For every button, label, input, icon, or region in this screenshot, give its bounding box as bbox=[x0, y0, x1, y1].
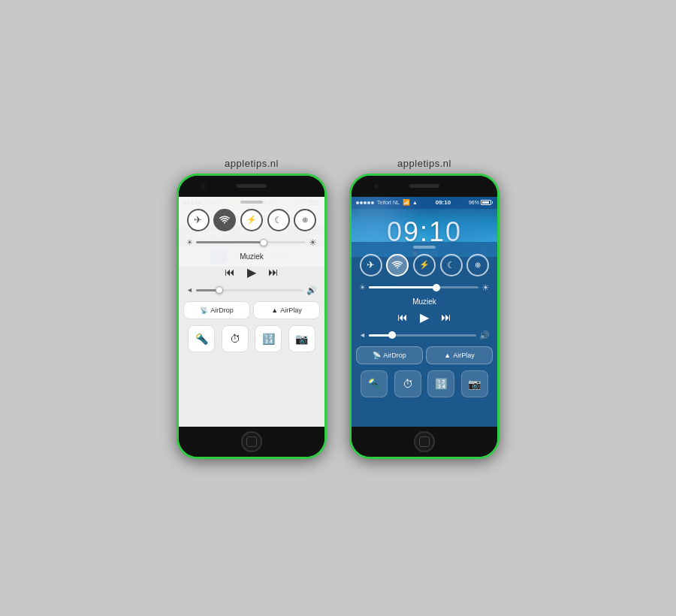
right-phone-top-bezel bbox=[352, 176, 497, 197]
r-timer-btn[interactable]: ⏱ bbox=[394, 370, 421, 397]
r-cc-music-controls: ⏮ ▶ ⏭ bbox=[359, 309, 490, 326]
r-volume-down-btn[interactable] bbox=[349, 236, 351, 246]
left-screen: Telfort NL 📶 09:10 96% bbox=[179, 197, 324, 427]
r-volume-high-icon: 🔊 bbox=[479, 331, 490, 340]
home-button-inner bbox=[246, 436, 257, 447]
cc-music-section: Muziek ⏮ ▶ ⏭ bbox=[179, 251, 324, 267]
r-rotation-lock-btn[interactable]: ⊕ bbox=[466, 254, 489, 276]
r-cc-music-section: Muziek ⏮ ▶ ⏭ bbox=[352, 296, 497, 329]
rewind-btn[interactable]: ⏮ bbox=[225, 266, 235, 267]
brightness-thumb[interactable] bbox=[260, 239, 267, 246]
right-front-camera bbox=[374, 184, 379, 189]
r-brightness-slider[interactable] bbox=[369, 286, 478, 288]
rotation-lock-btn[interactable]: ⊕ bbox=[294, 209, 316, 231]
r-airplay-btn[interactable]: ▲ AirPlay bbox=[426, 346, 493, 364]
r-cc-volume-row: ◄ 🔊 bbox=[352, 329, 497, 343]
r-volume-low-icon: ◄ bbox=[359, 331, 366, 339]
brightness-high-icon: ☀ bbox=[309, 237, 317, 248]
r-airdrop-btn[interactable]: 📡 AirDrop bbox=[356, 346, 423, 364]
volume-down-btn[interactable] bbox=[177, 236, 178, 246]
cc-music-controls: ⏮ ▶ ⏭ bbox=[186, 264, 317, 267]
left-brand-label: appletips.nl bbox=[225, 158, 279, 169]
r-cc-app-shortcuts: 🔦 ⏱ 🔢 📷 bbox=[352, 367, 497, 403]
r-airplay-icon: ▲ bbox=[444, 352, 451, 359]
r-brightness-low-icon: ☀ bbox=[359, 283, 366, 291]
airplane-mode-btn[interactable]: ✈ bbox=[187, 209, 210, 231]
r-airdrop-icon: 📡 bbox=[373, 352, 381, 359]
r-cc-brightness-row: ☀ ☀ bbox=[352, 279, 497, 296]
forward-btn[interactable]: ⏭ bbox=[268, 266, 279, 267]
r-airplane-mode-btn[interactable]: ✈ bbox=[360, 254, 382, 276]
r-brightness-high-icon: ☀ bbox=[481, 282, 490, 293]
r-calculator-btn[interactable]: 🔢 bbox=[427, 370, 454, 397]
browser-content: appletips.nl ↻ 🔍 appletips Nederlandstal… bbox=[179, 209, 324, 267]
r-airplay-label: AirPlay bbox=[453, 352, 475, 359]
r-timer-icon: ⏱ bbox=[403, 378, 413, 390]
r-status-right: 96% bbox=[469, 200, 493, 205]
r-brightness-fill bbox=[369, 286, 435, 288]
brightness-fill bbox=[196, 241, 262, 243]
right-volume-buttons bbox=[349, 221, 351, 246]
right-screen: Telfort NL 📶 ▲ 09:10 96% bbox=[352, 197, 497, 427]
r-do-not-disturb-btn[interactable]: ☾ bbox=[440, 254, 463, 276]
right-phone-bottom bbox=[352, 427, 497, 457]
control-center-dark[interactable]: ✈ ⚡ ☾ ⊕ ☀ bbox=[352, 242, 497, 427]
cc-toggles: ✈ ⚡ ☾ ⊕ bbox=[179, 209, 324, 234]
r-volume-thumb[interactable] bbox=[388, 331, 396, 339]
left-phone: Telfort NL 📶 09:10 96% bbox=[177, 174, 327, 459]
r-status-time: 09:10 bbox=[436, 199, 451, 206]
play-btn[interactable]: ▶ bbox=[247, 265, 256, 267]
r-wifi-toggle-btn[interactable] bbox=[386, 254, 409, 276]
r-camera-btn[interactable]: 📷 bbox=[461, 370, 488, 397]
r-home-button-inner bbox=[419, 436, 430, 447]
r-brightness-thumb[interactable] bbox=[433, 284, 440, 291]
r-play-btn[interactable]: ▶ bbox=[420, 310, 429, 325]
r-bluetooth-toggle-btn[interactable]: ⚡ bbox=[413, 254, 436, 276]
sleep-wake-btn[interactable] bbox=[325, 236, 327, 251]
left-phone-wrapper: appletips.nl bbox=[177, 158, 327, 459]
r-cc-handle-area bbox=[352, 242, 497, 251]
r-volume-slider[interactable] bbox=[369, 334, 476, 337]
r-rewind-btn[interactable]: ⏮ bbox=[397, 311, 408, 323]
do-not-disturb-btn[interactable]: ☾ bbox=[267, 209, 290, 231]
r-sleep-wake-btn[interactable] bbox=[498, 236, 499, 251]
wifi-toggle-icon bbox=[219, 216, 230, 225]
volume-up-btn[interactable] bbox=[177, 221, 178, 231]
left-phone-bottom bbox=[179, 427, 324, 457]
r-camera-icon: 📷 bbox=[468, 378, 481, 390]
right-phone: Telfort NL 📶 ▲ 09:10 96% bbox=[349, 174, 499, 459]
home-button-right[interactable] bbox=[414, 431, 435, 452]
r-airdrop-label: AirDrop bbox=[383, 352, 406, 359]
right-phone-wrapper: appletips.nl bbox=[349, 158, 499, 459]
phone-top-bezel bbox=[179, 176, 324, 197]
brightness-low-icon: ☀ bbox=[186, 238, 193, 246]
r-wifi-toggle-icon bbox=[392, 261, 403, 270]
r-battery-percent: 96% bbox=[469, 200, 479, 205]
r-calculator-icon: 🔢 bbox=[435, 378, 448, 390]
r-gps-icon: ▲ bbox=[412, 200, 418, 205]
r-cc-music-label: Muziek bbox=[359, 297, 490, 306]
r-cc-toggles: ✈ ⚡ ☾ ⊕ bbox=[352, 251, 497, 279]
r-wifi-icon: 📶 bbox=[403, 199, 410, 206]
brightness-slider[interactable] bbox=[196, 241, 306, 243]
r-flashlight-icon: 🔦 bbox=[368, 378, 381, 390]
r-cc-handle bbox=[413, 246, 436, 249]
r-forward-btn[interactable]: ⏭ bbox=[441, 311, 451, 323]
right-speaker bbox=[409, 184, 439, 188]
home-button-left[interactable] bbox=[241, 431, 262, 452]
wifi-toggle-btn[interactable] bbox=[213, 209, 236, 231]
cc-music-label: Muziek bbox=[186, 252, 317, 261]
r-volume-fill bbox=[369, 334, 391, 337]
r-flashlight-btn[interactable]: 🔦 bbox=[361, 370, 388, 397]
r-volume-up-btn[interactable] bbox=[349, 221, 351, 231]
bluetooth-toggle-btn[interactable]: ⚡ bbox=[240, 209, 263, 231]
r-battery-icon bbox=[481, 200, 493, 205]
control-center-light[interactable]: ✈ ⚡ ☾ ⊕ bbox=[179, 209, 324, 267]
cc-brightness-row: ☀ ☀ bbox=[179, 234, 324, 251]
r-cc-airdrop-airplay-row: 📡 AirDrop ▲ AirPlay bbox=[356, 346, 493, 364]
speaker bbox=[237, 184, 267, 188]
front-camera bbox=[201, 184, 206, 189]
right-brand-label: appletips.nl bbox=[397, 158, 451, 169]
left-volume-buttons bbox=[177, 221, 178, 246]
